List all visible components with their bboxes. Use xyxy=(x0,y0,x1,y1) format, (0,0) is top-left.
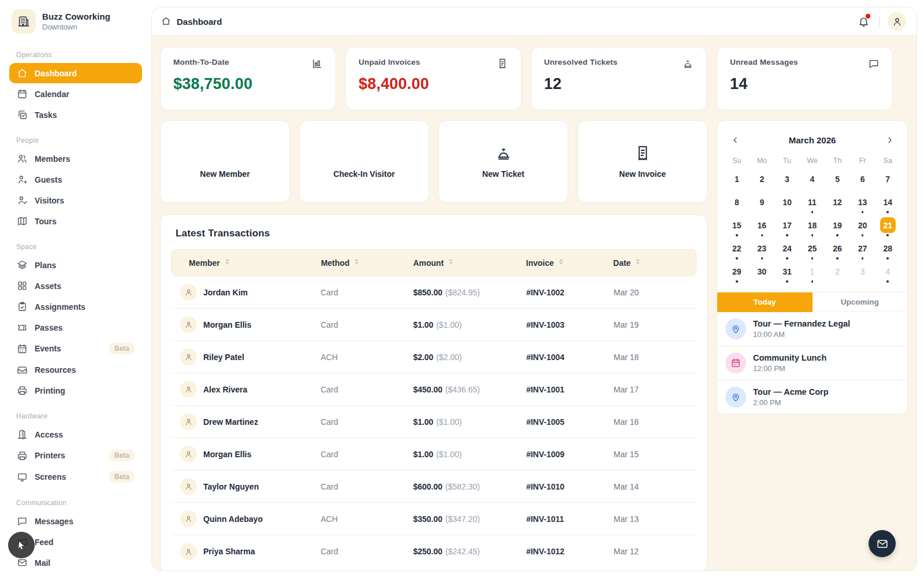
calendar-day[interactable]: 2 xyxy=(750,171,775,194)
calendar-day[interactable]: 4 xyxy=(875,264,900,286)
action-new-member[interactable]: New Member xyxy=(160,120,290,203)
calendar-day[interactable]: 27 xyxy=(850,240,875,263)
table-row[interactable]: Quinn AdebayoACH$350.00($347.20)#INV-101… xyxy=(171,503,696,535)
calendar-day[interactable]: 24 xyxy=(774,240,800,263)
workspace-switcher[interactable]: Buzz Coworking Downtown xyxy=(9,8,142,39)
calendar-day[interactable]: 22 xyxy=(724,240,750,263)
stat-card-unread-messages[interactable]: Unread Messages14 xyxy=(717,47,893,110)
invoice-cell: #INV-1012 xyxy=(526,547,613,556)
calendar-day[interactable]: 19 xyxy=(825,217,850,240)
calendar-day-selected[interactable]: 21 xyxy=(875,217,900,240)
calendar-day[interactable]: 4 xyxy=(800,171,825,194)
calendar-prev-button[interactable] xyxy=(729,134,742,146)
calendar-day[interactable]: 17 xyxy=(774,217,800,240)
sidebar-item-guests[interactable]: Guests xyxy=(9,169,142,190)
table-row[interactable]: Drew MartinezCard$1.00($1.00)#INV-1005Ma… xyxy=(171,406,696,438)
sidebar-item-feed[interactable]: Feed xyxy=(9,532,142,552)
column-header-member[interactable]: Member xyxy=(177,258,321,268)
table-row[interactable]: Morgan EllisCard$1.00($1.00)#INV-1009Mar… xyxy=(171,438,696,470)
user-avatar[interactable] xyxy=(888,12,906,31)
calendar-day[interactable]: 6 xyxy=(850,171,875,194)
calendar-day[interactable]: 11 xyxy=(800,194,825,217)
stat-card-unresolved-tickets[interactable]: Unresolved Tickets12 xyxy=(531,47,707,110)
chat-fab-button[interactable] xyxy=(869,530,896,557)
calendar-day[interactable]: 3 xyxy=(774,171,800,194)
calendar-day[interactable]: 29 xyxy=(724,264,750,286)
calendar-day[interactable]: 5 xyxy=(825,171,850,194)
agenda-event-item[interactable]: Tour — Fernandez Legal10:00 AM xyxy=(717,312,907,346)
sidebar-item-visitors[interactable]: Visitors xyxy=(9,190,142,210)
sidebar-item-label: Messages xyxy=(35,517,73,526)
sidebar-item-passes[interactable]: Passes xyxy=(9,317,142,338)
sidebar-item-mail[interactable]: Mail xyxy=(9,553,142,573)
sidebar-item-printers[interactable]: PrintersBeta xyxy=(9,445,142,466)
calendar-day[interactable]: 7 xyxy=(875,171,900,194)
table-row[interactable]: Priya SharmaCard$250.00($242.45)#INV-101… xyxy=(171,535,696,568)
sidebar-item-screens[interactable]: ScreensBeta xyxy=(9,466,142,487)
date-cell: Mar 16 xyxy=(613,417,691,427)
column-header-invoice[interactable]: Invoice xyxy=(526,258,613,268)
sidebar-item-calendar[interactable]: Calendar xyxy=(9,84,142,104)
tab-upcoming[interactable]: Upcoming xyxy=(813,292,908,312)
sidebar-item-dashboard[interactable]: Dashboard xyxy=(9,63,142,83)
stat-card-month-to-date[interactable]: Month-To-Date$38,750.00 xyxy=(160,47,336,110)
calendar-day[interactable]: 12 xyxy=(825,194,850,217)
action-new-invoice[interactable]: New Invoice xyxy=(578,120,707,203)
chat-icon xyxy=(17,516,28,527)
calendar-day[interactable]: 23 xyxy=(750,240,775,263)
members-icon xyxy=(17,153,28,164)
sidebar-item-tours[interactable]: Tours xyxy=(9,211,142,231)
sidebar-item-tasks[interactable]: Tasks xyxy=(9,105,142,125)
action-new-ticket[interactable]: New Ticket xyxy=(438,120,568,203)
sidebar-item-plans[interactable]: Plans xyxy=(9,255,142,275)
sidebar-item-assignments[interactable]: Assignments xyxy=(9,297,142,317)
calendar-day[interactable]: 25 xyxy=(800,240,825,263)
column-header-amount[interactable]: Amount xyxy=(413,258,526,268)
sidebar-item-resources[interactable]: Resources xyxy=(9,360,142,380)
table-row[interactable]: Alex RiveraCard$450.00($436.65)#INV-1001… xyxy=(171,373,696,406)
calendar-day[interactable]: 1 xyxy=(724,171,750,194)
calendar-day[interactable]: 26 xyxy=(825,240,850,263)
notifications-button[interactable] xyxy=(856,14,871,29)
sidebar-item-members[interactable]: Members xyxy=(9,149,142,169)
method-value: Card xyxy=(321,385,338,394)
calendar-day[interactable]: 16 xyxy=(750,217,775,240)
calendar-day[interactable]: 15 xyxy=(724,217,750,240)
calendar-day[interactable]: 13 xyxy=(850,194,875,217)
column-header-date[interactable]: Date xyxy=(613,258,690,268)
calendar-day[interactable]: 31 xyxy=(774,264,800,286)
calendar-day[interactable]: 28 xyxy=(875,240,900,263)
sort-icon xyxy=(353,258,360,267)
sidebar-item-events[interactable]: EventsBeta xyxy=(9,338,142,359)
calendar-next-button[interactable] xyxy=(883,134,896,146)
agenda-event-item[interactable]: Tour — Acme Corp2:00 PM xyxy=(717,380,907,414)
sidebar-item-messages[interactable]: Messages xyxy=(9,511,142,531)
tab-today[interactable]: Today xyxy=(717,292,813,312)
calendar-day[interactable]: 8 xyxy=(724,194,750,217)
calendar-day[interactable]: 3 xyxy=(850,264,875,286)
calendar-day[interactable]: 18 xyxy=(800,217,825,240)
calendar-day[interactable]: 10 xyxy=(774,194,800,217)
calendar-day[interactable]: 1 xyxy=(800,264,825,286)
column-header-method[interactable]: Method xyxy=(321,258,413,268)
calendar-day[interactable]: 20 xyxy=(850,217,875,240)
calendar-event-dot xyxy=(811,280,814,283)
table-row[interactable]: Morgan EllisCard$1.00($1.00)#INV-1003Mar… xyxy=(171,309,696,341)
calendar-day[interactable]: 9 xyxy=(750,194,775,217)
calendar-day[interactable]: 2 xyxy=(825,264,850,286)
sidebar-section: OperationsDashboardCalendarTasks xyxy=(9,49,142,125)
table-row[interactable]: Riley PatelACH$2.00($2.00)#INV-1004Mar 1… xyxy=(171,341,696,373)
calendar-day[interactable]: 14 xyxy=(875,194,900,217)
table-row[interactable]: Taylor NguyenCard$600.00($582.30)#INV-10… xyxy=(171,470,696,503)
calendar-day-number: 15 xyxy=(729,217,744,233)
action-check-in-visitor[interactable]: Check-In Visitor xyxy=(299,120,429,203)
calendar-day[interactable]: 30 xyxy=(750,264,775,286)
date-value: Mar 19 xyxy=(613,320,639,329)
sidebar-item-assets[interactable]: Assets xyxy=(9,276,142,296)
stat-card-unpaid-invoices[interactable]: Unpaid Invoices$8,400.00 xyxy=(345,47,521,110)
agenda-event-item[interactable]: Community Lunch12:00 PM xyxy=(717,346,907,380)
sidebar-item-access[interactable]: Access xyxy=(9,424,142,444)
table-row[interactable]: Jordan KimCard$850.00($824.95)#INV-1002M… xyxy=(171,276,696,309)
sidebar-item-printing[interactable]: Printing xyxy=(9,380,142,401)
agenda-tabs: TodayUpcoming xyxy=(717,292,907,312)
